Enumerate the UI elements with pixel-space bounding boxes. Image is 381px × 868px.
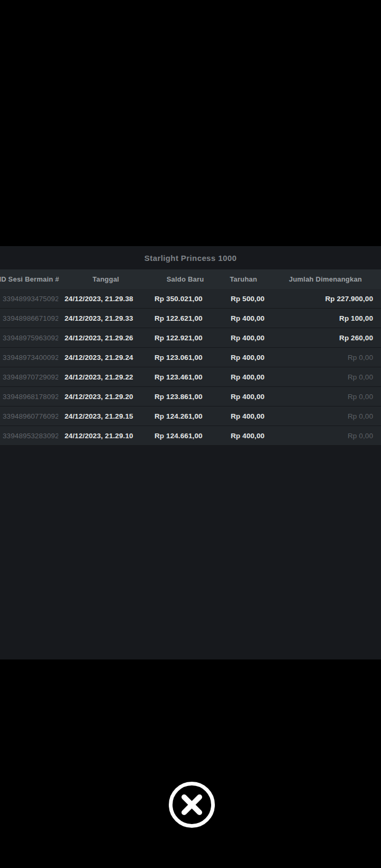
header-session-id: ID Sesi Bermain # xyxy=(0,275,59,283)
cell-balance: Rp 124.661,00 xyxy=(153,432,217,440)
cell-session-id: 33948975963092 xyxy=(0,334,58,342)
table-row: 33948993475092 24/12/2023, 21.29.38 Rp 3… xyxy=(0,289,381,309)
table-row: 33948986671092 24/12/2023, 21.29.33 Rp 1… xyxy=(0,309,381,328)
cell-session-id: 33948986671092 xyxy=(0,314,58,322)
cell-date: 24/12/2023, 21.29.38 xyxy=(58,295,153,303)
game-history-panel: Starlight Princess 1000 ID Sesi Bermain … xyxy=(0,246,381,659)
cell-balance: Rp 350.021,00 xyxy=(153,295,217,303)
cell-bet: Rp 400,00 xyxy=(217,393,270,401)
cell-session-id: 33948993475092 xyxy=(0,295,58,303)
cell-win: Rp 100,00 xyxy=(339,314,381,322)
cell-bet: Rp 400,00 xyxy=(217,314,270,322)
table-row: 33948970729092 24/12/2023, 21.29.22 Rp 1… xyxy=(0,367,381,387)
cell-balance: Rp 124.261,00 xyxy=(153,412,217,420)
table-row: 33948973400092 24/12/2023, 21.29.24 Rp 1… xyxy=(0,348,381,367)
cell-date: 24/12/2023, 21.29.24 xyxy=(58,354,153,361)
close-button[interactable] xyxy=(168,781,215,828)
cell-bet: Rp 400,00 xyxy=(217,432,270,440)
header-bet: Taruhan xyxy=(230,275,257,283)
cell-balance: Rp 123.861,00 xyxy=(153,393,217,401)
cell-session-id: 33948953283092 xyxy=(0,432,58,440)
session-history-table: ID Sesi Bermain # Tanggal Saldo Baru Tar… xyxy=(0,269,381,446)
cell-bet: Rp 400,00 xyxy=(217,373,270,381)
cell-win: Rp 0,00 xyxy=(348,373,381,381)
cell-date: 24/12/2023, 21.29.33 xyxy=(58,314,153,322)
panel-titlebar: Starlight Princess 1000 xyxy=(0,246,381,269)
cell-date: 24/12/2023, 21.29.22 xyxy=(58,373,153,381)
cell-win: Rp 260,00 xyxy=(339,334,381,342)
header-amount-won: Jumlah Dimenangkan xyxy=(289,275,362,283)
header-new-balance: Saldo Baru xyxy=(167,275,204,283)
cell-balance: Rp 122.921,00 xyxy=(153,334,217,342)
cell-win: Rp 227.900,00 xyxy=(325,295,381,303)
x-circle-icon xyxy=(168,781,215,828)
game-title: Starlight Princess 1000 xyxy=(144,254,237,263)
cell-bet: Rp 500,00 xyxy=(217,295,270,303)
cell-bet: Rp 400,00 xyxy=(217,334,270,342)
table-row: 33948960776092 24/12/2023, 21.29.15 Rp 1… xyxy=(0,406,381,426)
cell-date: 24/12/2023, 21.29.26 xyxy=(58,334,153,342)
screen: { "modal": { "title": "Starlight Princes… xyxy=(0,0,381,868)
cell-balance: Rp 123.461,00 xyxy=(153,373,217,381)
table-header-row: ID Sesi Bermain # Tanggal Saldo Baru Tar… xyxy=(0,269,381,289)
table-row: 33948953283092 24/12/2023, 21.29.10 Rp 1… xyxy=(0,426,381,446)
cell-win: Rp 0,00 xyxy=(348,432,381,440)
table-row: 33948968178092 24/12/2023, 21.29.20 Rp 1… xyxy=(0,387,381,406)
cell-date: 24/12/2023, 21.29.15 xyxy=(58,412,153,420)
header-date: Tanggal xyxy=(93,275,119,283)
cell-bet: Rp 400,00 xyxy=(217,354,270,361)
cell-win: Rp 0,00 xyxy=(348,354,381,361)
cell-session-id: 33948968178092 xyxy=(0,393,58,401)
cell-session-id: 33948973400092 xyxy=(0,354,58,361)
table-row: 33948975963092 24/12/2023, 21.29.26 Rp 1… xyxy=(0,328,381,348)
cell-win: Rp 0,00 xyxy=(348,393,381,401)
cell-session-id: 33948960776092 xyxy=(0,412,58,420)
cell-session-id: 33948970729092 xyxy=(0,373,58,381)
cell-win: Rp 0,00 xyxy=(348,412,381,420)
cell-date: 24/12/2023, 21.29.10 xyxy=(58,432,153,440)
cell-date: 24/12/2023, 21.29.20 xyxy=(58,393,153,401)
cell-balance: Rp 122.621,00 xyxy=(153,314,217,322)
cell-bet: Rp 400,00 xyxy=(217,412,270,420)
cell-balance: Rp 123.061,00 xyxy=(153,354,217,361)
